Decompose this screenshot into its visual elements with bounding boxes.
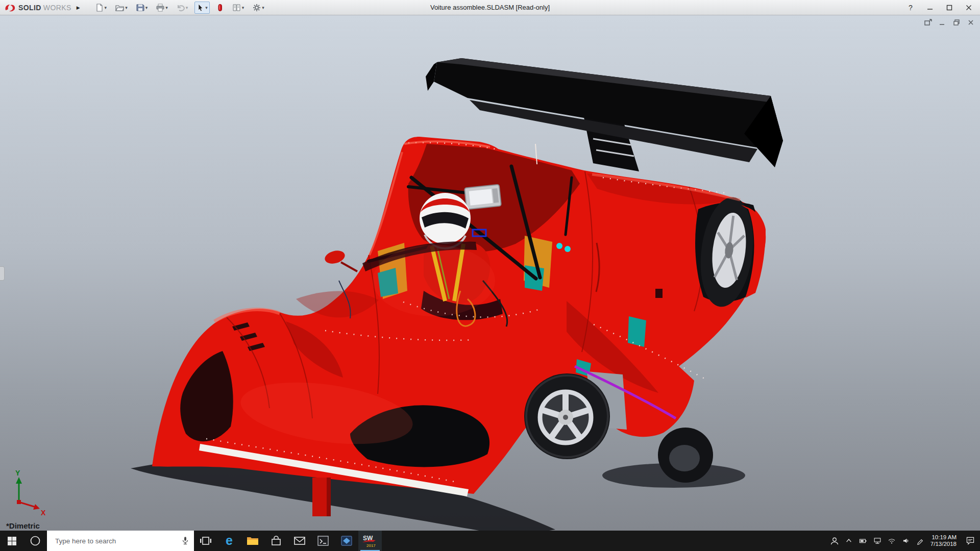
dropdown-caret-icon[interactable]	[242, 5, 244, 10]
dropdown-caret-icon[interactable]	[205, 5, 208, 10]
solidworks-taskbar-button[interactable]: SW 2017	[358, 531, 382, 551]
options-button[interactable]	[251, 2, 266, 14]
start-button[interactable]	[0, 531, 23, 551]
toolbar-flyout-arrow[interactable]: ▶	[77, 5, 80, 10]
edge-button[interactable]: e	[217, 531, 241, 551]
doc-restore-button[interactable]	[952, 18, 961, 27]
dropdown-caret-icon[interactable]	[125, 5, 128, 10]
ink-workspace-button[interactable]	[913, 531, 927, 551]
task-view-button[interactable]	[194, 531, 217, 551]
cortana-button[interactable]	[23, 531, 47, 551]
save-icon	[136, 4, 144, 12]
doc-restore-icon	[953, 19, 960, 26]
windows-logo-icon	[8, 537, 16, 545]
taskbar-search[interactable]	[47, 531, 194, 551]
taskbar-clock[interactable]: 10:19 AM 7/13/2018	[927, 534, 961, 547]
print-button[interactable]	[154, 2, 170, 14]
new-document-button[interactable]	[93, 2, 109, 14]
dropdown-caret-icon[interactable]	[165, 5, 168, 10]
doc-minimize-icon	[939, 19, 946, 26]
view-orientation-label: *Dimetric	[6, 521, 40, 530]
rear-right-wheel[interactable]	[695, 194, 766, 310]
graphics-area[interactable]: Y X *Dimetric	[0, 15, 980, 531]
orientation-triad: Y X	[8, 468, 49, 517]
logo-text-works: WORKS	[43, 4, 71, 12]
minimize-button[interactable]	[925, 3, 935, 13]
viewer-app-button[interactable]	[335, 531, 358, 551]
save-button[interactable]	[134, 2, 150, 14]
network-button[interactable]	[870, 531, 885, 551]
close-icon	[966, 5, 972, 11]
titlebar: SOLIDWORKS ▶	[0, 0, 980, 15]
record-macro-button[interactable]	[214, 2, 226, 14]
doc-close-icon	[967, 19, 974, 26]
triad-y-label: Y	[15, 469, 20, 477]
battery-button[interactable]	[856, 531, 870, 551]
cortana-icon	[30, 535, 41, 546]
dropdown-caret-icon[interactable]	[145, 5, 148, 10]
print-icon	[156, 4, 164, 12]
action-center-button[interactable]	[961, 531, 980, 551]
select-cursor-icon	[197, 4, 204, 12]
clock-time: 10:19 AM	[930, 534, 957, 541]
wifi-icon	[887, 537, 896, 545]
pod-vent	[655, 289, 663, 298]
system-tray: 10:19 AM 7/13/2018	[827, 531, 980, 551]
float-window-button[interactable]	[924, 18, 932, 27]
battery-icon	[859, 537, 868, 545]
clock-date: 7/13/2018	[930, 541, 957, 547]
action-center-icon	[966, 536, 975, 545]
store-button[interactable]	[264, 531, 288, 551]
windows-taskbar: e	[0, 531, 980, 551]
cyan-detail-dot	[565, 246, 571, 252]
hidden-icons-button[interactable]	[842, 531, 856, 551]
design-library-icon	[232, 4, 241, 12]
dropdown-caret-icon[interactable]	[186, 5, 188, 10]
3d-model-viewport[interactable]	[0, 15, 980, 531]
store-icon	[271, 535, 282, 546]
search-input[interactable]	[54, 537, 182, 545]
cyan-detail-dot	[556, 243, 562, 249]
minimize-icon	[927, 5, 933, 11]
file-explorer-button[interactable]	[241, 531, 264, 551]
feature-tree-collapsed-tab[interactable]	[0, 266, 5, 281]
rear-view-mirror	[464, 185, 501, 210]
help-button[interactable]: ?	[905, 3, 916, 13]
record-macro-icon	[216, 4, 224, 12]
ds-logo-icon	[4, 3, 16, 12]
mail-icon	[294, 536, 305, 545]
console-icon	[317, 536, 329, 546]
splitter-support-shade	[327, 478, 331, 516]
pen-icon	[916, 537, 924, 545]
doc-minimize-button[interactable]	[938, 18, 946, 27]
edge-icon: e	[223, 534, 236, 547]
dropdown-caret-icon[interactable]	[262, 5, 264, 10]
people-button[interactable]	[827, 531, 842, 551]
solidworks-window: SOLIDWORKS ▶	[0, 0, 980, 551]
volume-icon	[901, 537, 911, 545]
close-button[interactable]	[964, 3, 974, 13]
rear-left-wheel[interactable]	[658, 428, 713, 483]
select-button[interactable]	[194, 2, 210, 14]
maximize-button[interactable]	[944, 3, 954, 13]
solidworks-app-icon: SW 2017	[362, 534, 378, 548]
triad-origin	[17, 500, 21, 504]
wifi-button[interactable]	[885, 531, 899, 551]
volume-button[interactable]	[899, 531, 913, 551]
quick-toolbar	[93, 2, 266, 14]
open-button[interactable]	[113, 2, 130, 14]
mail-button[interactable]	[288, 531, 311, 551]
network-icon	[873, 537, 882, 545]
undo-button[interactable]	[175, 2, 190, 14]
front-right-wheel[interactable]	[524, 373, 610, 459]
solidworks-logo: SOLIDWORKS	[4, 3, 71, 12]
chevron-up-icon	[845, 537, 853, 545]
microphone-icon[interactable]	[182, 536, 189, 545]
dropdown-caret-icon[interactable]	[105, 5, 107, 10]
design-library-button[interactable]	[230, 2, 247, 14]
task-view-icon	[200, 536, 211, 546]
x-axis-arrow	[19, 502, 36, 507]
doc-close-button[interactable]	[967, 18, 975, 27]
console-app-button[interactable]	[311, 531, 335, 551]
gear-icon	[253, 4, 261, 12]
